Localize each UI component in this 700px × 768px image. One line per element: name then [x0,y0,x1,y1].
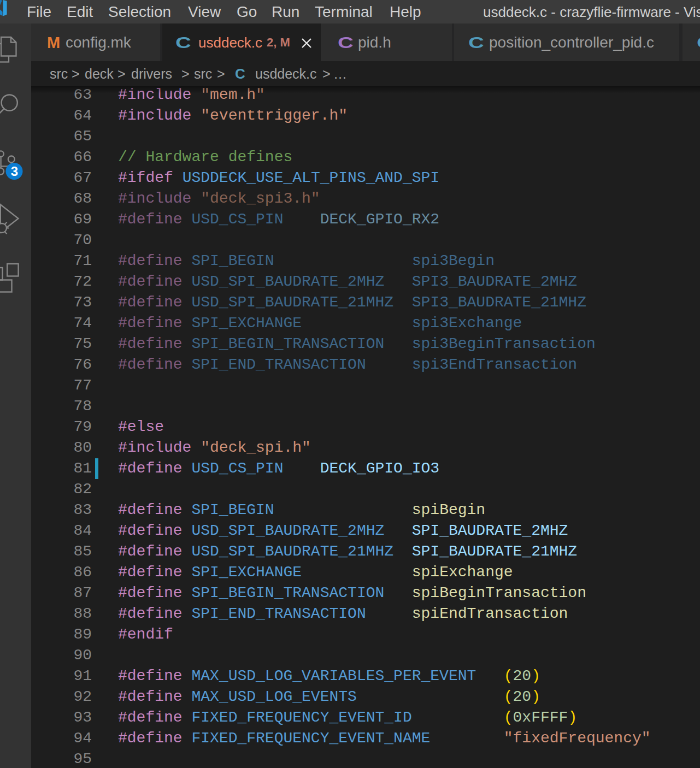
svg-text:3: 3 [11,164,18,179]
